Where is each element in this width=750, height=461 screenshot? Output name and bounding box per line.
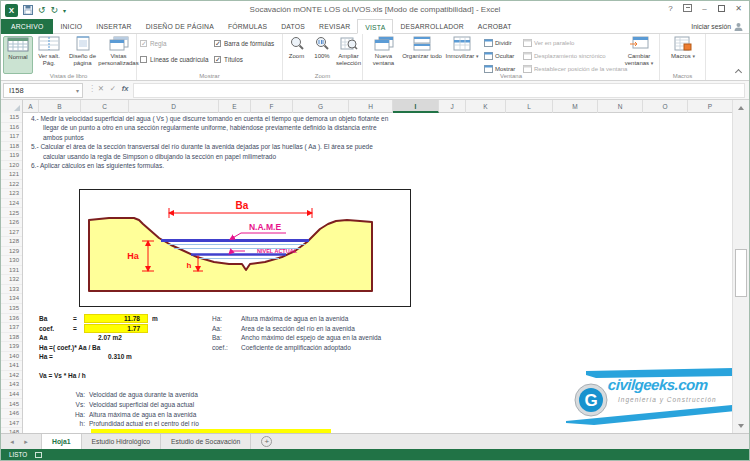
name-box[interactable]: I158▾ bbox=[3, 83, 83, 98]
cross-section-figure[interactable]: Ba N.A.M.E NIVEL ACTUAL Ha h bbox=[79, 189, 411, 307]
def-term-row-136[interactable]: Ha: bbox=[212, 315, 222, 323]
row-header-123[interactable]: 123 bbox=[1, 189, 22, 199]
cell-text-row-115[interactable]: 4.- Medir la velocidad superficial del a… bbox=[31, 115, 388, 123]
ribbon-tab-desarrollador[interactable]: DESARROLLADOR bbox=[393, 19, 470, 34]
scroll-up-arrow[interactable] bbox=[733, 101, 749, 114]
row-header-124[interactable]: 124 bbox=[1, 199, 22, 209]
calc-label-row-137[interactable]: coef. bbox=[39, 325, 54, 333]
var-term-row-144[interactable]: Va: bbox=[43, 391, 85, 399]
menu-item-dividir[interactable]: Dividir bbox=[484, 39, 512, 47]
row-header-127[interactable]: 127 bbox=[1, 228, 22, 238]
column-header-m[interactable]: M bbox=[553, 100, 598, 113]
calc-label-row-138[interactable]: Aa bbox=[39, 334, 47, 342]
column-header-d[interactable]: D bbox=[129, 100, 219, 113]
sign-in[interactable]: Iniciar sesión bbox=[691, 19, 749, 33]
cell-text-row-120[interactable]: 6.- Aplicar cálculos en las siguientes f… bbox=[31, 162, 164, 170]
row-header-117[interactable]: 117 bbox=[1, 132, 22, 142]
row-header-121[interactable]: 121 bbox=[1, 170, 22, 180]
minimize-button[interactable]: – bbox=[697, 2, 712, 16]
var-desc-row-146[interactable]: Altura máxima de agua en la avenida bbox=[89, 411, 196, 419]
page-layout-view-button[interactable]: Diseño de página bbox=[65, 36, 100, 66]
menu-item-ocultar[interactable]: Ocultar bbox=[484, 52, 514, 60]
row-header-145[interactable]: 145 bbox=[1, 400, 22, 410]
row-header-132[interactable]: 132 bbox=[1, 275, 22, 285]
column-header-i[interactable]: I bbox=[393, 100, 439, 113]
normal-view-button[interactable]: Normal bbox=[3, 36, 33, 74]
row-header-125[interactable]: 125 bbox=[1, 209, 22, 219]
help-button[interactable]: ? bbox=[663, 2, 678, 16]
column-header-f[interactable]: F bbox=[251, 100, 293, 113]
ribbon-tab-insertar[interactable]: INSERTAR bbox=[89, 19, 138, 34]
row-header-116[interactable]: 116 bbox=[1, 123, 22, 133]
column-header-n[interactable]: N bbox=[598, 100, 643, 113]
var-desc-row-145[interactable]: Velocidad superficial del agua actual bbox=[89, 401, 194, 409]
sheet-area[interactable]: Ba N.A.M.E NIVEL ACTUAL Ha h G civilgeek… bbox=[23, 113, 733, 433]
var-desc-row-147[interactable]: Profundidad actual en el centro del río bbox=[89, 420, 199, 428]
row-header-128[interactable]: 128 bbox=[1, 237, 22, 247]
checkbox-regla[interactable]: ✓Regla bbox=[140, 40, 166, 47]
calc-label-row-136[interactable]: Ba bbox=[39, 315, 47, 323]
column-header-c[interactable]: C bbox=[81, 100, 129, 113]
select-all-corner[interactable] bbox=[1, 100, 23, 113]
undo-button[interactable]: ↺ bbox=[38, 4, 46, 16]
row-header-141[interactable]: 141 bbox=[1, 361, 22, 371]
qat-customize-button[interactable]: ▾ bbox=[63, 7, 66, 14]
row-header-146[interactable]: 146 bbox=[1, 409, 22, 419]
row-header-143[interactable]: 143 bbox=[1, 380, 22, 390]
calc-value-row-140[interactable]: 0.310 m bbox=[108, 353, 132, 361]
formula-line-row-142[interactable]: Va = Vs * Ha / h bbox=[39, 372, 86, 380]
ribbon-tab-f-rmulas[interactable]: FÓRMULAS bbox=[221, 19, 274, 34]
row-header-135[interactable]: 135 bbox=[1, 304, 22, 314]
switch-windows-button[interactable]: Cambiar ventanas ▾ bbox=[619, 36, 659, 66]
row-header-144[interactable]: 144 bbox=[1, 390, 22, 400]
row-header-118[interactable]: 118 bbox=[1, 142, 22, 152]
menu-item-desplazamiento-sincr-nico[interactable]: Desplazamiento sincrónico bbox=[523, 52, 606, 60]
ribbon-tab-vista[interactable]: VISTA bbox=[357, 19, 393, 34]
row-header-126[interactable]: 126 bbox=[1, 218, 22, 228]
row-header-136[interactable]: 136 bbox=[1, 314, 22, 324]
ribbon-tab-dise-o-de-p-gina[interactable]: DISEÑO DE PÁGINA bbox=[139, 19, 221, 34]
ribbon-tab-archivo[interactable]: ARCHIVO bbox=[1, 19, 53, 34]
input-cell-row-136[interactable]: 11.78 bbox=[84, 314, 148, 323]
column-header-k[interactable]: K bbox=[466, 100, 506, 113]
column-header-l[interactable]: L bbox=[506, 100, 553, 113]
row-header-122[interactable]: 122 bbox=[1, 180, 22, 190]
freeze-panes-button[interactable]: Inmovilizar ▾ bbox=[443, 36, 481, 60]
new-window-button[interactable]: Nueva ventana bbox=[366, 36, 401, 66]
cell-text-row-119[interactable]: calcular usando la regla de Simpson o di… bbox=[43, 153, 276, 161]
def-term-row-137[interactable]: Aa: bbox=[212, 325, 222, 333]
def-desc-row-138[interactable]: Ancho máximo del espejo de agua en la av… bbox=[241, 334, 381, 342]
row-header-119[interactable]: 119 bbox=[1, 151, 22, 161]
sheet-tab-estudio-de-socavaci-n[interactable]: Estudio de Socavación bbox=[161, 434, 251, 449]
row-header-142[interactable]: 142 bbox=[1, 371, 22, 381]
formula-input[interactable] bbox=[133, 83, 745, 98]
row-header-130[interactable]: 130 bbox=[1, 256, 22, 266]
redo-button[interactable]: ↻ bbox=[51, 4, 59, 16]
checkbox-box-regla[interactable]: ✓ bbox=[140, 40, 147, 47]
checkbox-box-l-neas-de-cuadr-cula[interactable] bbox=[140, 56, 147, 63]
row-header-139[interactable]: 139 bbox=[1, 342, 22, 352]
def-desc-row-136[interactable]: Altura máxima de agua en la avenida bbox=[241, 315, 348, 323]
cell-text-row-118[interactable]: 5.- Calcular el área de la sección trans… bbox=[31, 143, 373, 151]
row-header-129[interactable]: 129 bbox=[1, 247, 22, 257]
row-header-137[interactable]: 137 bbox=[1, 323, 22, 333]
cell-text-row-116[interactable]: llegar de un punto a otro en una sección… bbox=[43, 124, 377, 132]
var-term-row-147[interactable]: h: bbox=[43, 420, 85, 428]
insert-function-icon[interactable]: fx bbox=[119, 84, 131, 93]
column-header-e[interactable]: E bbox=[219, 100, 251, 113]
var-desc-row-144[interactable]: Velocidad de agua durante la avenida bbox=[89, 391, 198, 399]
var-term-row-145[interactable]: Vs: bbox=[43, 401, 85, 409]
def-term-row-138[interactable]: Ba: bbox=[212, 334, 222, 342]
checkbox-l-neas-de-cuadr-cula[interactable]: Líneas de cuadrícula bbox=[140, 56, 208, 63]
zoom-to-selection-button[interactable]: Ampliar selección bbox=[335, 36, 362, 66]
menu-item-restablecer-posici-n-de-la-ventana[interactable]: Restablecer posición de la ventana bbox=[523, 65, 627, 73]
ribbon-tab-revisar[interactable]: REVISAR bbox=[312, 19, 357, 34]
menu-item-mostrar[interactable]: Mostrar bbox=[484, 65, 515, 73]
column-header-o[interactable]: O bbox=[643, 100, 688, 113]
row-header-140[interactable]: 140 bbox=[1, 352, 22, 362]
def-desc-row-137[interactable]: Area de la sección del río en la avenida bbox=[241, 325, 355, 333]
row-header-120[interactable]: 120 bbox=[1, 161, 22, 171]
prev-sheet-arrow[interactable]: ◂ bbox=[5, 434, 19, 450]
calc-label-row-139[interactable]: Ha =( coef.)* Aa / Ba bbox=[39, 344, 100, 352]
next-sheet-arrow[interactable]: ▸ bbox=[19, 434, 33, 450]
